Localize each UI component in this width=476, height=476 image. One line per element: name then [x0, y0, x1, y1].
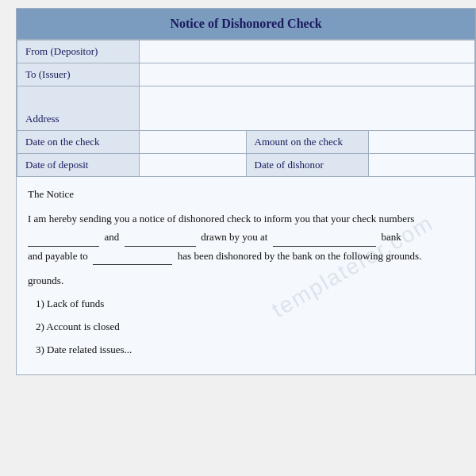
address-row: Address	[17, 86, 475, 131]
date-amount-row: Date on the check Amount on the check	[17, 131, 475, 154]
to-label: To (Issuer)	[17, 63, 140, 86]
notice-section-title: The Notice	[28, 186, 464, 203]
to-value[interactable]	[140, 63, 475, 86]
document-title: Notice of Dishonored Check	[17, 9, 475, 40]
grounds-list: 1) Lack of funds 2) Account is closed 3)…	[36, 296, 464, 358]
from-row: From (Depositor)	[17, 40, 475, 63]
amount-check-label: Amount on the check	[246, 131, 368, 154]
to-row: To (Issuer)	[17, 63, 475, 86]
bank-name-blank[interactable]	[273, 236, 376, 247]
date-deposit-label: Date of deposit	[17, 154, 140, 177]
address-label: Address	[17, 86, 140, 131]
payable-to-blank[interactable]	[93, 254, 172, 265]
deposit-dishonor-row: Date of deposit Date of dishonor	[17, 154, 475, 177]
amount-check-value[interactable]	[368, 131, 474, 154]
from-value[interactable]	[140, 40, 475, 63]
grounds-text: grounds.	[28, 271, 464, 290]
check-number-2-blank[interactable]	[125, 236, 196, 247]
date-check-label: Date on the check	[17, 131, 140, 154]
date-deposit-value[interactable]	[140, 154, 246, 177]
notice-paragraph1: I am hereby sending you a notice of dish…	[28, 209, 464, 265]
from-label: From (Depositor)	[17, 40, 140, 63]
check-number-1-blank[interactable]	[28, 236, 99, 247]
date-dishonor-label: Date of dishonor	[246, 154, 368, 177]
address-value[interactable]	[140, 86, 475, 131]
date-dishonor-value[interactable]	[368, 154, 474, 177]
grounds-item-2: 2) Account is closed	[36, 319, 464, 336]
grounds-item-1: 1) Lack of funds	[36, 296, 464, 313]
date-check-value[interactable]	[140, 131, 246, 154]
grounds-item-3: 3) Date related issues...	[36, 342, 464, 359]
notice-body: The Notice I am hereby sending you a not…	[17, 177, 475, 374]
